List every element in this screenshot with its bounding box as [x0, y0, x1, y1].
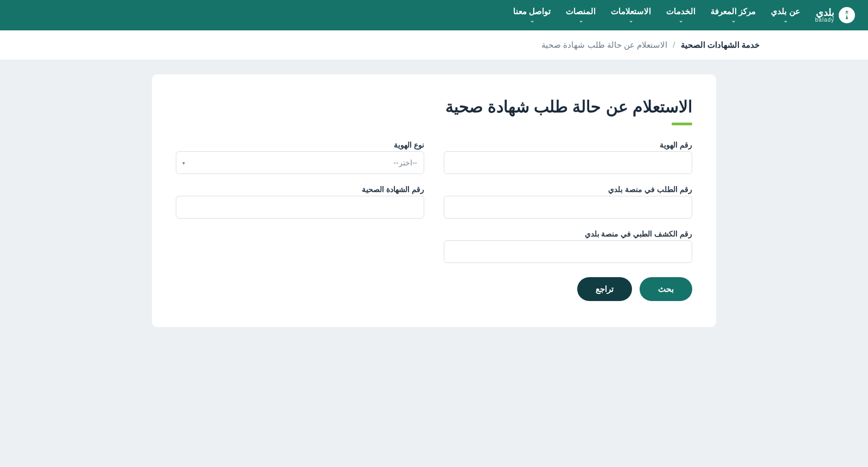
brand-name-ar: بلدي [815, 8, 834, 17]
palm-logo-icon [839, 7, 855, 23]
brand-logo[interactable]: بلدي balady [815, 7, 855, 23]
nav-knowledge-label: مركز المعرفة [711, 7, 756, 16]
nav-services-label: الخدمات [666, 7, 695, 16]
id-type-select-wrap: --اختر-- ▾ [176, 151, 424, 174]
field-medical-exam: رقم الكشف الطبي في منصة بلدي [444, 229, 692, 263]
search-button[interactable]: بحث [640, 277, 692, 301]
form-actions: بحث تراجع [176, 277, 692, 301]
main-header: بلدي balady عن بلدي ⌄ مركز المعرفة ⌄ الخ… [0, 0, 868, 30]
chevron-down-icon: ⌄ [629, 17, 633, 24]
page-title: الاستعلام عن حالة طلب شهادة صحية [176, 97, 692, 116]
brand-name-en: balady [815, 17, 834, 23]
field-balady-request: رقم الطلب في منصة بلدي [444, 185, 692, 219]
nav-inquiries-label: الاستعلامات [611, 7, 651, 16]
nav-about-label: عن بلدي [771, 7, 800, 16]
breadcrumb-root[interactable]: خدمة الشهادات الصحية [681, 40, 760, 49]
nav-about[interactable]: عن بلدي ⌄ [771, 7, 800, 24]
health-cert-input[interactable] [176, 196, 424, 219]
medical-exam-input[interactable] [444, 240, 692, 263]
chevron-down-icon: ⌄ [530, 17, 534, 24]
balady-request-input[interactable] [444, 196, 692, 219]
id-type-label: نوع الهوية [176, 140, 424, 149]
id-number-input[interactable] [444, 151, 692, 174]
nav-contact[interactable]: تواصل معنا ⌄ [513, 7, 551, 24]
id-type-select[interactable]: --اختر-- [176, 151, 424, 174]
page-body: الاستعلام عن حالة طلب شهادة صحية رقم اله… [0, 60, 868, 360]
field-health-cert: رقم الشهادة الصحية [176, 185, 424, 219]
nav-knowledge[interactable]: مركز المعرفة ⌄ [711, 7, 756, 24]
grid-spacer [176, 229, 424, 263]
form-card: الاستعلام عن حالة طلب شهادة صحية رقم اله… [152, 74, 716, 327]
form-grid: رقم الهوية نوع الهوية --اختر-- ▾ رقم الط… [176, 140, 692, 263]
title-accent [672, 123, 692, 125]
breadcrumb: خدمة الشهادات الصحية / الاستعلام عن حالة… [0, 30, 868, 60]
breadcrumb-current: الاستعلام عن حالة طلب شهادة صحية [541, 40, 667, 49]
field-id-type: نوع الهوية --اختر-- ▾ [176, 140, 424, 174]
health-cert-label: رقم الشهادة الصحية [176, 185, 424, 194]
nav-services[interactable]: الخدمات ⌄ [666, 7, 695, 24]
nav-platforms-label: المنصات [566, 7, 596, 16]
chevron-down-icon: ⌄ [679, 17, 683, 24]
balady-request-label: رقم الطلب في منصة بلدي [444, 185, 692, 194]
nav-inquiries[interactable]: الاستعلامات ⌄ [611, 7, 651, 24]
nav-platforms[interactable]: المنصات ⌄ [566, 7, 596, 24]
chevron-down-icon: ⌄ [783, 17, 788, 24]
medical-exam-label: رقم الكشف الطبي في منصة بلدي [444, 229, 692, 238]
nav-contact-label: تواصل معنا [513, 7, 551, 16]
brand-text: بلدي balady [815, 8, 834, 23]
id-number-label: رقم الهوية [444, 140, 692, 149]
field-id-number: رقم الهوية [444, 140, 692, 174]
breadcrumb-separator: / [673, 40, 675, 49]
chevron-down-icon: ⌄ [579, 17, 583, 24]
back-button[interactable]: تراجع [577, 277, 632, 301]
chevron-down-icon: ⌄ [731, 17, 736, 24]
main-nav: عن بلدي ⌄ مركز المعرفة ⌄ الخدمات ⌄ الاست… [513, 7, 800, 24]
